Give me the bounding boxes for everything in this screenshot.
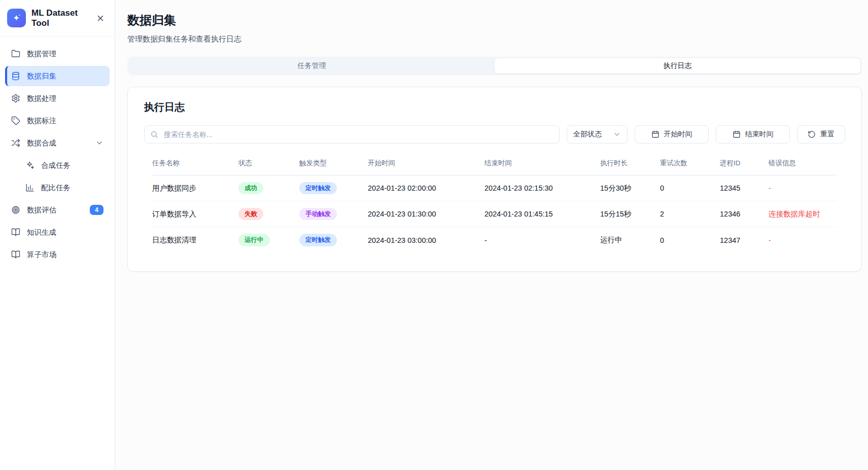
rotate-ccw-icon — [808, 130, 816, 138]
retry-count-cell: 0 — [660, 236, 720, 244]
sidebar-header: ML Dataset Tool — [0, 0, 115, 37]
column-header: 触发类型 — [299, 159, 368, 168]
trigger-badge: 定时触发 — [299, 182, 337, 194]
reset-button[interactable]: 重置 — [797, 125, 845, 143]
bar-chart-icon — [25, 183, 34, 192]
sidebar-nav: 数据管理 数据归集 数据处理 数据标注 数据合成 合成任务 配比任务 数据评估 … — [0, 37, 115, 274]
status-badge: 成功 — [238, 182, 263, 194]
column-header: 开始时间 — [368, 159, 484, 168]
process-id-cell: 12347 — [720, 236, 769, 244]
sidebar-item-operator-market[interactable]: 算子市场 — [5, 244, 110, 265]
sidebar-item-label: 合成任务 — [41, 161, 71, 170]
column-header: 结束时间 — [484, 159, 600, 168]
process-id-cell: 12345 — [720, 184, 769, 192]
filter-toolbar: 全部状态 开始时间 结束时间 — [144, 125, 845, 143]
table-row[interactable]: 订单数据导入 失败 手动触发 2024-01-23 01:30:00 2024-… — [152, 201, 837, 227]
sidebar-item-knowledge-generation[interactable]: 知识生成 — [5, 222, 110, 242]
count-badge: 4 — [90, 205, 103, 215]
calendar-icon — [733, 130, 741, 138]
status-filter-value: 全部状态 — [573, 130, 602, 139]
task-name-cell: 用户数据同步 — [152, 184, 238, 193]
chevron-down-icon — [613, 130, 621, 138]
book-icon — [11, 228, 20, 237]
book-icon — [11, 250, 20, 259]
trigger-cell: 定时触发 — [299, 234, 368, 246]
trigger-badge: 定时触发 — [299, 234, 337, 246]
shuffle-icon — [11, 138, 20, 148]
tab-bar: 任务管理 执行日志 — [127, 57, 862, 75]
page-subtitle: 管理数据归集任务和查看执行日志 — [127, 34, 862, 44]
sidebar-item-ratio-task[interactable]: 配比任务 — [19, 177, 110, 198]
end-time-cell: 2024-01-23 01:45:15 — [484, 210, 600, 218]
sparkles-icon — [25, 161, 34, 170]
tab-task-management[interactable]: 任务管理 — [129, 58, 495, 74]
start-time-cell: 2024-01-23 01:30:00 — [368, 210, 484, 218]
start-time-cell: 2024-01-23 02:00:00 — [368, 184, 484, 192]
folder-icon — [11, 49, 20, 58]
sidebar-item-data-processing[interactable]: 数据处理 — [5, 88, 110, 109]
sidebar-item-label: 算子市场 — [27, 250, 56, 260]
reset-label: 重置 — [820, 130, 835, 139]
sidebar-item-label: 知识生成 — [27, 228, 56, 237]
column-header: 状态 — [238, 159, 299, 168]
sidebar-item-label: 数据管理 — [27, 49, 56, 59]
close-sidebar-button[interactable] — [93, 11, 108, 25]
retry-count-cell: 0 — [660, 184, 720, 192]
calendar-icon — [651, 130, 659, 138]
column-header: 任务名称 — [152, 159, 238, 168]
sidebar-item-label: 数据标注 — [27, 116, 56, 126]
tab-execution-logs[interactable]: 执行日志 — [495, 58, 860, 74]
gear-icon — [11, 94, 20, 103]
end-time-cell: - — [484, 236, 600, 244]
search-input[interactable] — [144, 125, 560, 143]
trigger-badge: 手动触发 — [299, 208, 337, 220]
start-time-button[interactable]: 开始时间 — [635, 125, 709, 143]
status-badge: 失败 — [238, 208, 263, 220]
status-badge: 运行中 — [238, 234, 270, 246]
task-name-cell: 日志数据清理 — [152, 235, 238, 245]
panel-title: 执行日志 — [144, 100, 845, 114]
execution-logs-panel: 执行日志 全部状态 开始时间 — [127, 87, 862, 272]
sidebar-item-data-management[interactable]: 数据管理 — [5, 44, 110, 64]
target-icon — [11, 205, 20, 214]
error-message-cell: 连接数据库超时 — [769, 209, 837, 219]
status-cell: 成功 — [238, 182, 299, 194]
status-cell: 运行中 — [238, 234, 299, 246]
search-box — [144, 125, 560, 143]
end-time-button[interactable]: 结束时间 — [716, 125, 790, 143]
trigger-cell: 定时触发 — [299, 182, 368, 194]
duration-cell: 15分15秒 — [600, 209, 660, 219]
sidebar-item-label: 数据处理 — [27, 94, 56, 103]
sidebar-item-label: 配比任务 — [41, 183, 71, 193]
sidebar-item-label: 数据归集 — [27, 71, 56, 81]
table-header-row: 任务名称 状态 触发类型 开始时间 结束时间 执行时长 重试次数 进程ID 错误… — [152, 156, 837, 175]
status-filter-select[interactable]: 全部状态 — [567, 125, 628, 143]
start-time-cell: 2024-01-23 03:00:00 — [368, 236, 484, 244]
status-cell: 失败 — [238, 208, 299, 220]
sidebar-item-data-evaluation[interactable]: 数据评估 4 — [5, 200, 110, 220]
page-title: 数据归集 — [127, 12, 862, 28]
sidebar-item-synthesis-task[interactable]: 合成任务 — [19, 155, 110, 175]
trigger-cell: 手动触发 — [299, 208, 368, 220]
duration-cell: 运行中 — [600, 235, 660, 245]
table-row[interactable]: 用户数据同步 成功 定时触发 2024-01-23 02:00:00 2024-… — [152, 175, 837, 201]
column-header: 执行时长 — [600, 159, 660, 168]
error-message-cell: - — [769, 184, 837, 192]
sidebar-item-data-collection[interactable]: 数据归集 — [5, 66, 110, 86]
app-logo — [7, 9, 26, 27]
table-row[interactable]: 日志数据清理 运行中 定时触发 2024-01-23 03:00:00 - 运行… — [152, 227, 837, 253]
duration-cell: 15分30秒 — [600, 184, 660, 193]
end-time-cell: 2024-01-23 02:15:30 — [484, 184, 600, 192]
sidebar: ML Dataset Tool 数据管理 数据归集 数据处理 数据标注 数据合成… — [0, 0, 115, 470]
sidebar-item-data-annotation[interactable]: 数据标注 — [5, 111, 110, 131]
sidebar-item-data-synthesis[interactable]: 数据合成 — [5, 133, 110, 153]
column-header: 错误信息 — [769, 159, 837, 168]
chevron-down-icon[interactable] — [95, 139, 103, 147]
sidebar-item-label: 数据合成 — [27, 138, 56, 148]
search-icon — [150, 130, 158, 138]
retry-count-cell: 2 — [660, 210, 720, 218]
tag-icon — [11, 116, 20, 125]
column-header: 进程ID — [720, 159, 769, 168]
logs-table: 任务名称 状态 触发类型 开始时间 结束时间 执行时长 重试次数 进程ID 错误… — [144, 156, 845, 253]
error-message-cell: - — [769, 236, 837, 244]
